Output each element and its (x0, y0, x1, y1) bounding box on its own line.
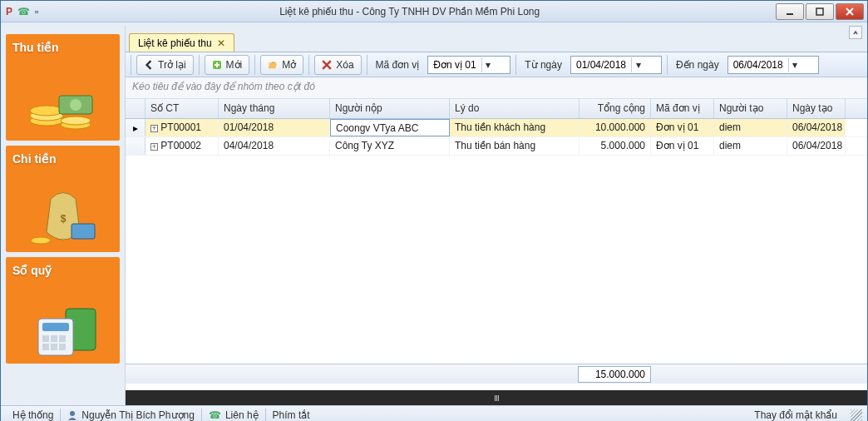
tab-close-icon[interactable]: ✕ (217, 37, 225, 49)
sum-total: 15.000.000 (578, 366, 651, 383)
unit-label: Mã đơn vị (372, 59, 423, 71)
cell-ngaytao: 06/04/2018 (787, 137, 846, 155)
grid-body: ▸ + PT00001 01/04/2018 Coongv VTya ABC T… (126, 119, 867, 156)
status-change-password[interactable]: Thay đổi mật khẩu (747, 409, 844, 421)
sidebar: Thu tiền Chi tiền $ (1, 26, 126, 405)
misc-icon: ▫ (35, 6, 38, 17)
sidebar-item-thutien[interactable]: Thu tiền (6, 34, 120, 141)
calculator-icon (26, 294, 101, 360)
app-window: P ☎ ▫ Liệt kê phiếu thu - Công Ty TNHH D… (0, 0, 868, 421)
cell-ngaytao: 06/04/2018 (787, 119, 846, 136)
expand-icon[interactable]: + (150, 143, 158, 151)
main-panel: Liệt kê phiếu thu ✕ Trở lại Mới (126, 26, 867, 405)
cell-ngaythang: 04/04/2018 (219, 137, 330, 155)
cell-madonvi: Đơn vị 01 (651, 137, 714, 155)
cell-ngaythang: 01/04/2018 (219, 119, 330, 136)
resize-grip[interactable] (851, 409, 862, 421)
cell-soct: PT00002 (160, 140, 201, 151)
col-tongcong[interactable]: Tổng cộng (579, 99, 651, 118)
moneybag-icon: $ (26, 182, 101, 249)
summary-row: 15.000.000 (126, 364, 867, 384)
chevron-down-icon: ▾ (481, 57, 495, 72)
table-row[interactable]: + PT00002 04/04/2018 Công Ty XYZ Thu tiề… (126, 137, 867, 156)
group-by-panel[interactable]: Kéo tiêu đề vào đây để nhóm theo cột đó (126, 77, 867, 99)
from-date-picker[interactable]: 01/04/2018 ▾ (570, 56, 662, 74)
table-row[interactable]: ▸ + PT00001 01/04/2018 Coongv VTya ABC T… (126, 119, 867, 137)
chevron-down-icon: ▾ (788, 57, 801, 72)
col-ngaytao[interactable]: Ngày tạo (787, 99, 846, 118)
plus-icon (212, 60, 222, 70)
close-button[interactable] (836, 3, 864, 20)
svg-rect-20 (42, 344, 49, 350)
maximize-button[interactable] (806, 3, 834, 20)
svg-rect-16 (42, 323, 69, 331)
status-contact[interactable]: ☎ Liên hệ (202, 409, 265, 421)
grid-header: Số CT Ngày tháng Người nộp Lý do Tổng cộ… (126, 99, 867, 119)
cell-lydo: Thu tiền bán hàng (450, 137, 579, 155)
titlebar-left-icons: P ☎ ▫ (1, 6, 43, 17)
row-indicator (126, 137, 145, 155)
svg-point-28 (70, 411, 75, 416)
svg-point-10 (70, 99, 81, 111)
coins-icon (26, 71, 101, 137)
cell-nguoinop: Công Ty XYZ (330, 137, 450, 155)
sidebar-item-label: Chi tiền (12, 152, 113, 166)
header-expander (126, 99, 145, 118)
cell-tongcong: 10.000.000 (579, 119, 651, 136)
svg-point-13 (31, 237, 51, 244)
open-button[interactable]: Mở (260, 55, 303, 75)
data-grid: Số CT Ngày tháng Người nộp Lý do Tổng cộ… (126, 99, 867, 405)
delete-label: Xóa (336, 59, 353, 71)
sidebar-item-chitien[interactable]: Chi tiền $ (6, 146, 120, 252)
status-user[interactable]: Nguyễn Thị Bích Phượng (61, 409, 201, 421)
chevron-down-icon: ▾ (631, 57, 644, 72)
row-indicator: ▸ (126, 119, 145, 136)
cell-nguoitao: diem (714, 119, 787, 136)
col-soct[interactable]: Số CT (145, 99, 219, 118)
statusbar: Hệ thống Nguyễn Thị Bích Phượng ☎ Liên h… (1, 405, 867, 421)
delete-button[interactable]: Xóa (314, 55, 361, 75)
cell-nguoinop: Coongv VTya ABC (330, 119, 450, 136)
svg-rect-22 (59, 344, 66, 350)
expand-icon[interactable]: + (150, 125, 158, 132)
minimize-button[interactable] (776, 3, 804, 20)
back-button[interactable]: Trở lại (136, 55, 194, 75)
col-nguoitao[interactable]: Người tạo (714, 99, 787, 118)
col-madonvi[interactable]: Mã đơn vị (651, 99, 714, 118)
tabstrip: Liệt kê phiếu thu ✕ (126, 32, 867, 52)
phone-icon: ☎ (209, 409, 221, 421)
delete-x-icon (322, 60, 332, 70)
col-lydo[interactable]: Lý do (450, 99, 579, 118)
sidebar-item-soquy[interactable]: Sổ quỹ (6, 257, 120, 364)
cell-soct: PT00001 (160, 121, 201, 133)
chevron-left-icon (144, 60, 154, 70)
tab-label: Liệt kê phiếu thu (138, 37, 212, 49)
cell-nguoitao: diem (714, 137, 787, 155)
new-button[interactable]: Mới (205, 55, 250, 75)
new-label: Mới (226, 59, 243, 71)
svg-rect-17 (42, 335, 49, 342)
svg-point-8 (61, 116, 91, 125)
svg-rect-12 (72, 224, 95, 239)
horizontal-scrollbar[interactable]: Ⅲ (126, 390, 867, 405)
sidebar-item-label: Thu tiền (12, 41, 113, 54)
status-system[interactable]: Hệ thống (6, 409, 60, 421)
panel-collapse-button[interactable] (849, 26, 862, 39)
cell-tongcong: 5.000.000 (579, 137, 651, 155)
tab-lietkephieuthu[interactable]: Liệt kê phiếu thu ✕ (129, 33, 234, 52)
svg-rect-21 (51, 344, 57, 350)
to-date-picker[interactable]: 06/04/2018 ▾ (727, 56, 819, 74)
unit-dropdown[interactable]: Đơn vị 01 ▾ (427, 56, 510, 74)
window-title: Liệt kê phiếu thu - Công Ty TNHH DV Phần… (43, 6, 776, 17)
status-shortcuts[interactable]: Phím tắt (266, 409, 317, 421)
open-label: Mở (282, 59, 296, 71)
cell-lydo: Thu tiền khách hàng (450, 119, 579, 136)
col-nguoinop[interactable]: Người nộp (330, 99, 450, 118)
svg-rect-19 (59, 335, 66, 342)
to-date-label: Đến ngày (673, 59, 723, 71)
user-icon (67, 410, 77, 420)
folder-open-icon (268, 60, 278, 70)
app-icon: P (6, 6, 12, 17)
to-date-value: 06/04/2018 (733, 59, 783, 71)
col-ngaythang[interactable]: Ngày tháng (219, 99, 330, 118)
